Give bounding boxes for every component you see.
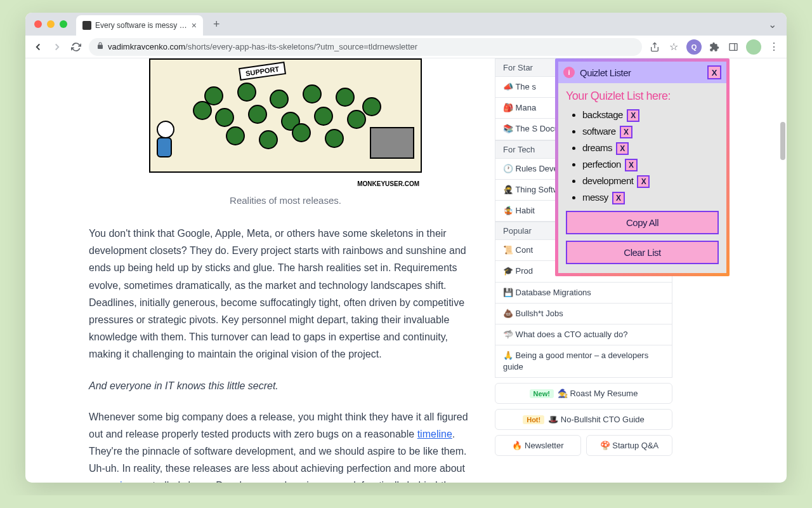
quizlet-list-item: messyX — [582, 192, 719, 204]
quizlet-list-item: backstageX — [582, 109, 719, 122]
badge-new: New! — [530, 389, 554, 398]
quizlet-list: backstageX softwareX dreamsX perfectionX… — [566, 109, 719, 204]
link-managing[interactable]: managing — [89, 480, 133, 483]
remove-item-button[interactable]: X — [620, 126, 632, 138]
clear-list-button[interactable]: Clear List — [566, 241, 719, 264]
sidebar-item[interactable]: 💩 Bullsh*t Jobs — [495, 304, 672, 324]
quizlet-list-item: developmentX — [582, 175, 719, 188]
forward-button[interactable] — [51, 41, 63, 53]
window-maximize-icon[interactable] — [60, 20, 67, 28]
sidebar-button-cto[interactable]: Hot! 🎩 No-Bullshit CTO Guide — [495, 409, 672, 430]
menu-icon[interactable]: ⋮ — [768, 41, 780, 53]
url-path: /shorts/every-app-has-its-skeletons/?utm… — [185, 42, 417, 51]
quizlet-header: i Quizlet Lister X — [558, 62, 726, 83]
article-body: You don't think that Google, Apple, Meta… — [89, 225, 482, 483]
comic-desk — [370, 127, 414, 159]
article-paragraph: Whenever some big company does a release… — [89, 408, 482, 483]
tab-title: Every software is messy and h — [95, 21, 188, 30]
tabs-chevron-icon[interactable]: ⌄ — [763, 18, 782, 30]
sidebar-button-roast[interactable]: New! 🧙 Roast My Resume — [495, 383, 672, 404]
comic-person — [157, 121, 179, 159]
browser-toolbar: vadimkravcenko.com/shorts/every-app-has-… — [25, 36, 787, 58]
quizlet-extension-icon[interactable]: Q — [686, 39, 702, 55]
quizlet-list-item: dreamsX — [582, 142, 719, 155]
comic-caption: Realities of most releases. — [89, 195, 482, 206]
reload-button[interactable] — [70, 41, 82, 53]
bookmark-icon[interactable]: ☆ — [667, 41, 680, 53]
tab-close-icon[interactable]: × — [192, 20, 197, 30]
page-content: SUPPORT MONKEYUSER.COM Realities of most… — [25, 58, 787, 483]
link-timeline[interactable]: timeline — [417, 429, 452, 439]
remove-item-button[interactable]: X — [625, 159, 638, 171]
remove-item-button[interactable]: X — [627, 109, 639, 122]
lock-icon — [96, 42, 104, 51]
quizlet-popup: i Quizlet Lister X Your Quizlet List her… — [555, 58, 730, 276]
scrollbar-thumb[interactable] — [780, 122, 785, 160]
sidebar-button-qa[interactable]: 🍄 Startup Q&A — [586, 435, 672, 456]
remove-item-button[interactable]: X — [612, 192, 625, 204]
sidebar-item[interactable]: 💾 Database Migrations — [495, 283, 672, 304]
remove-item-button[interactable]: X — [637, 175, 650, 188]
window-minimize-icon[interactable] — [47, 20, 55, 28]
extensions-icon[interactable] — [708, 41, 721, 53]
sidepanel-icon[interactable] — [727, 41, 740, 53]
comic-crowd — [182, 79, 402, 152]
info-icon[interactable]: i — [563, 67, 575, 78]
sidebar-button-newsletter[interactable]: 🔥 Newsletter — [495, 435, 581, 456]
url-domain: vadimkravcenko.com — [108, 42, 185, 51]
share-icon[interactable] — [648, 41, 661, 53]
comic-image: SUPPORT — [149, 58, 422, 173]
copy-all-button[interactable]: Copy All — [566, 211, 719, 234]
quizlet-heading: Your Quizlet List here: — [566, 90, 719, 103]
comic-attribution: MONKEYUSER.COM — [149, 179, 422, 189]
svg-rect-0 — [730, 43, 737, 50]
browser-window: Every software is messy and h × + ⌄ vadi… — [25, 13, 787, 483]
back-button[interactable] — [32, 41, 44, 53]
article-paragraph: You don't think that Google, Apple, Meta… — [89, 225, 482, 363]
badge-hot: Hot! — [523, 415, 544, 424]
traffic-lights — [30, 20, 71, 28]
address-bar[interactable]: vadimkravcenko.com/shorts/every-app-has-… — [89, 38, 642, 56]
browser-tab[interactable]: Every software is messy and h × — [76, 15, 203, 36]
article-column: SUPPORT MONKEYUSER.COM Realities of most… — [25, 58, 495, 483]
favicon-icon — [82, 21, 91, 30]
window-close-icon[interactable] — [34, 20, 42, 28]
profile-avatar[interactable] — [746, 39, 761, 55]
quizlet-title: Quizlet Lister — [580, 67, 702, 78]
toolbar-right: ☆ Q ⋮ — [648, 39, 780, 55]
new-tab-button[interactable]: + — [208, 18, 225, 31]
quizlet-list-item: softwareX — [582, 126, 719, 138]
tab-bar: Every software is messy and h × + ⌄ — [25, 13, 787, 36]
comic-support-sign: SUPPORT — [239, 62, 286, 81]
quizlet-close-button[interactable]: X — [707, 65, 721, 79]
remove-item-button[interactable]: X — [616, 142, 629, 155]
quizlet-body: Your Quizlet List here: backstageX softw… — [558, 83, 726, 273]
article-paragraph-italic: And everyone in IT knows this little sec… — [89, 380, 278, 391]
quizlet-list-item: perfectionX — [582, 159, 719, 171]
sidebar-item[interactable]: 🦈 What does a CTO actually do? — [495, 324, 672, 345]
sidebar-item[interactable]: 🙏 Being a good mentor – a developers gui… — [495, 345, 672, 378]
